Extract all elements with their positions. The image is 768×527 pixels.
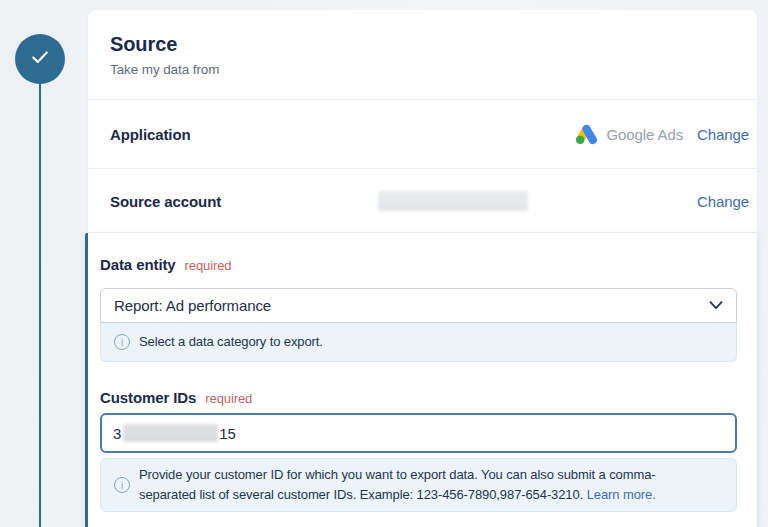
customer-ids-help-box: i Provide your customer ID for which you… <box>100 458 737 512</box>
source-account-row: Source account Change <box>88 168 757 233</box>
google-ads-icon <box>575 124 598 145</box>
learn-more-link[interactable]: Learn more. <box>587 487 656 502</box>
application-label: Application <box>110 126 191 143</box>
source-account-label: Source account <box>110 193 221 210</box>
chevron-down-icon <box>709 301 723 310</box>
step-indicator-completed <box>15 34 65 84</box>
info-icon: i <box>114 477 130 493</box>
change-account-link[interactable]: Change <box>697 193 749 210</box>
customer-id-value-start: 3 <box>113 425 121 442</box>
data-entity-help-text: Select a data category to export. <box>139 332 323 352</box>
customer-ids-label-row: Customer IDs required <box>100 389 757 405</box>
redacted-customer-id <box>123 424 218 442</box>
data-entity-selected-value: Report: Ad performance <box>114 297 271 314</box>
data-entity-label-row: Data entity required <box>100 256 757 272</box>
change-application-link[interactable]: Change <box>697 126 749 143</box>
customer-ids-required-tag: required <box>205 391 252 406</box>
customer-ids-input[interactable]: 3 15 <box>100 413 737 453</box>
data-entity-required-tag: required <box>185 258 232 273</box>
redacted-account-value <box>378 191 528 211</box>
data-entity-help-box: i Select a data category to export. <box>100 323 737 362</box>
customer-ids-label: Customer IDs <box>100 389 196 406</box>
page-subtitle: Take my data from <box>110 62 735 77</box>
application-row: Application Google Ads Change <box>88 99 757 168</box>
stepper-connector-line <box>39 59 41 527</box>
source-card-header: Source Take my data from <box>88 10 757 77</box>
data-entity-label: Data entity <box>100 256 176 273</box>
customer-id-value-end: 15 <box>219 425 236 442</box>
page-title: Source <box>110 33 735 56</box>
data-entity-select[interactable]: Report: Ad performance <box>100 288 737 323</box>
help-line-2: separated list of several customer IDs. … <box>139 487 583 502</box>
source-settings-section: Data entity required Report: Ad performa… <box>85 233 757 527</box>
info-icon: i <box>114 334 130 350</box>
page-background: Source Take my data from Application Goo… <box>0 0 768 527</box>
application-value: Google Ads <box>606 126 683 143</box>
help-line-1: Provide your customer ID for which you w… <box>139 467 656 482</box>
customer-ids-help-text: Provide your customer ID for which you w… <box>139 465 656 505</box>
check-icon <box>31 50 49 68</box>
